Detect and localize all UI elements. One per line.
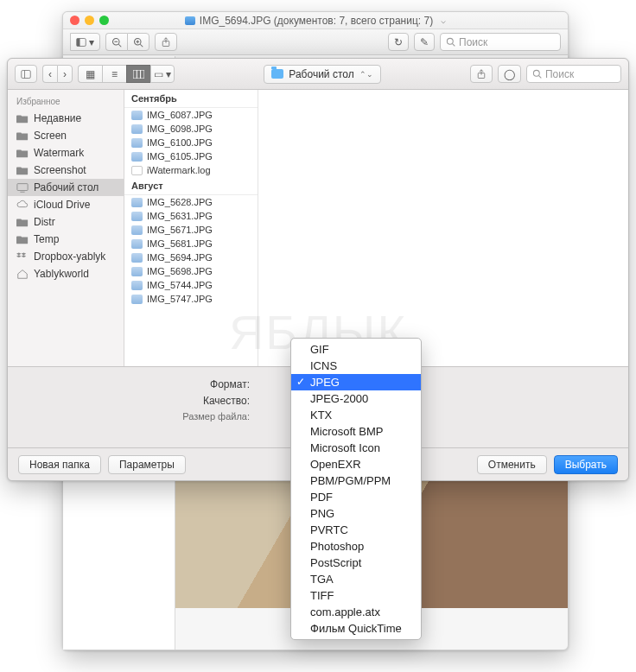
sidebar-item-рабочий-стол[interactable]: Рабочий стол [8,179,124,196]
format-option-tga[interactable]: TGA [291,571,421,587]
format-option-photoshop[interactable]: Photoshop [291,538,421,555]
check-icon: ✓ [296,376,305,388]
file-row[interactable]: IMG_5698.JPG [124,264,258,278]
format-option-gif[interactable]: GIF [291,341,421,358]
file-row[interactable]: IMG_5631.JPG [124,209,258,223]
rotate-button[interactable]: ↻ [388,33,409,51]
screenshot-stage: IMG_5694.JPG (документов: 7, всего стран… [0,0,636,672]
search-placeholder: Поиск [545,68,574,80]
file-row[interactable]: IMG_5747.JPG [124,292,258,306]
file-row[interactable]: IMG_5681.JPG [124,237,258,250]
view-icon-button[interactable]: ▦ [78,65,102,83]
view-column-button[interactable] [126,65,150,83]
file-icon [131,225,143,235]
breadcrumb-dropdown[interactable]: Рабочий стол ⌃⌄ [264,65,380,84]
format-option-jpeg-2000[interactable]: JPEG-2000 [291,390,421,407]
search-icon [446,37,455,47]
sidebar-item-icloud-drive[interactable]: iCloud Drive [8,196,124,213]
format-option-label: ICNS [310,359,337,372]
sidebar-item-недавние[interactable]: Недавние [8,110,124,127]
sidebar-item-label: Distr [34,216,55,228]
forward-button[interactable]: › [57,65,73,83]
sidebar-section-header: Избранное [8,93,124,110]
back-button[interactable]: ‹ [42,65,57,83]
format-option-label: Microsoft Icon [310,441,380,454]
preview-title: IMG_5694.JPG (документов: 7, всего стран… [185,15,446,27]
chevron-down-icon[interactable]: ⌵ [441,16,446,25]
format-option-pdf[interactable]: PDF [291,489,421,505]
format-option-openexr[interactable]: OpenEXR [291,456,421,472]
format-option-com-apple-atx[interactable]: com.apple.atx [291,604,421,620]
folder-icon [16,165,29,175]
sidebar-item-dropbox-yablyk[interactable]: Dropbox-yablyk [8,248,124,265]
sidebar-item-screen[interactable]: Screen [8,127,124,144]
zoom-in-button[interactable] [127,33,149,51]
sidebar-item-label: Screenshot [34,164,86,176]
file-icon [131,212,143,221]
file-row[interactable]: IMG_5744.JPG [124,278,258,292]
sidebar-item-watermark[interactable]: Watermark [8,144,124,162]
choose-button[interactable]: Выбрать [554,455,618,474]
file-icon [131,295,143,304]
markup-button[interactable]: ✎ [414,33,435,51]
format-option-png[interactable]: PNG [291,505,421,522]
file-row[interactable]: IMG_5694.JPG [124,250,258,264]
file-row[interactable]: iWatermark.log [124,163,258,177]
file-icon [131,138,143,148]
sidebar-item-temp[interactable]: Temp [8,231,124,248]
view-gallery-button[interactable]: ▭ ▾ [150,65,175,83]
sidebar-item-label: iCloud Drive [34,199,90,211]
format-option-postscript[interactable]: PostScript [291,555,421,571]
minimize-button[interactable] [85,16,94,25]
preview-search-placeholder: Поиск [459,36,487,48]
sidebar-item-yablykworld[interactable]: Yablykworld [8,265,124,282]
format-option-label: PDF [310,491,333,504]
group-header-2: Август [124,177,258,195]
file-row[interactable]: IMG_6105.JPG [124,149,258,163]
svg-line-19 [539,76,542,79]
zoom-out-button[interactable] [105,33,127,51]
sidebar-item-distr[interactable]: Distr [8,213,124,231]
zoom-button[interactable] [99,16,109,25]
file-name: iWatermark.log [147,165,211,175]
share-button[interactable] [470,65,493,83]
zoom-seg [105,33,149,51]
share-button[interactable] [155,33,177,51]
format-option-pvrtc[interactable]: PVRTC [291,522,421,538]
file-row[interactable]: IMG_6100.JPG [124,136,258,149]
format-option-jpeg[interactable]: ✓JPEG [291,374,421,390]
sidebar-toggle-button[interactable]: ▾ [70,33,100,51]
save-panel-search[interactable]: Поиск [526,65,621,83]
file-name: IMG_5698.JPG [147,266,213,276]
view-list-button[interactable]: ≡ [102,65,126,83]
tags-button[interactable]: ◯ [498,65,521,83]
format-option-icns[interactable]: ICNS [291,358,421,374]
format-option-tiff[interactable]: TIFF [291,587,421,604]
file-name: IMG_6100.JPG [147,137,213,148]
format-option-label: PNG [310,507,334,520]
sidebar-item-screenshot[interactable]: Screenshot [8,162,124,179]
format-option-microsoft-icon[interactable]: Microsoft Icon [291,440,421,456]
options-button[interactable]: Параметры [108,455,186,474]
file-row[interactable]: IMG_6098.JPG [124,122,258,136]
svg-rect-14 [133,70,144,79]
file-row[interactable]: IMG_5671.JPG [124,223,258,237]
format-option--quicktime[interactable]: Фильм QuickTime [291,620,421,637]
sidebar-item-label: Temp [34,233,59,245]
folder-icon [16,217,29,227]
format-option-label: com.apple.atx [310,605,380,618]
file-name: IMG_6105.JPG [147,151,213,162]
format-dropdown-menu[interactable]: GIFICNS✓JPEGJPEG-2000KTXMicrosoft BMPMic… [290,338,422,640]
close-button[interactable] [70,16,80,25]
preview-search[interactable]: Поиск [440,33,561,51]
sidebar-toggle[interactable] [15,65,37,83]
format-option-microsoft-bmp[interactable]: Microsoft BMP [291,423,421,440]
file-row[interactable]: IMG_6087.JPG [124,108,258,122]
cancel-button[interactable]: Отменить [477,455,547,474]
format-option-pbm-pgm-ppm[interactable]: PBM/PGM/PPM [291,472,421,489]
file-icon [131,124,143,134]
file-row[interactable]: IMG_5628.JPG [124,195,258,209]
new-folder-button[interactable]: Новая папка [18,455,101,474]
format-option-ktx[interactable]: KTX [291,407,421,423]
file-icon [131,253,143,263]
